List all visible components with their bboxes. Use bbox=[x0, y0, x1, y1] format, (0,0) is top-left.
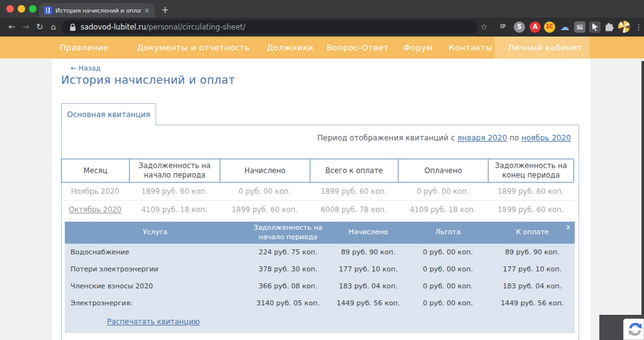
service-name: Потери электроэнергии bbox=[65, 261, 246, 278]
table-row: Ноябрь 2020 1899 руб. 60 коп. 0 руб. 00 … bbox=[61, 183, 573, 201]
extension-cloud-icon[interactable]: ☁ bbox=[559, 21, 570, 33]
value-cell: 0 руб. 00 коп. bbox=[406, 295, 490, 312]
detail-row: Водоснабжение 224 руб. 75 коп. 89 руб. 9… bbox=[65, 244, 575, 261]
extension-s-icon[interactable]: S bbox=[514, 21, 525, 33]
value-cell: 177 руб. 10 коп. bbox=[330, 261, 406, 278]
value-cell: 4109 руб. 18 коп. bbox=[398, 201, 488, 218]
period-to-link[interactable]: ноябрь 2020 bbox=[521, 133, 571, 142]
value-cell: 4109 руб. 18 коп. bbox=[129, 201, 220, 218]
detail-row: Электроэнергия: 3140 руб. 05 коп. 1449 р… bbox=[65, 295, 575, 312]
col-header-paid: Оплачено bbox=[398, 159, 489, 182]
period-from-link[interactable]: января 2020 bbox=[458, 133, 507, 142]
bookmark-star-icon[interactable]: ☆ bbox=[480, 21, 488, 33]
window-zoom-button[interactable] bbox=[29, 5, 37, 13]
print-receipt-link[interactable]: Распечатать квитанцию bbox=[107, 317, 200, 326]
col-header-total-due: Всего к оплате bbox=[310, 159, 398, 182]
scrollbar[interactable] bbox=[641, 61, 644, 340]
nav-item-vopros-otvet[interactable]: Вопрос-Ответ bbox=[327, 37, 388, 59]
extension-ip-icon[interactable]: IP bbox=[497, 21, 509, 33]
value-cell: 6008 руб. 78 коп. bbox=[310, 201, 398, 218]
page-body: ← Назад История начислений и оплат Основ… bbox=[0, 59, 644, 340]
value-cell: 1449 руб. 56 коп. bbox=[490, 295, 575, 312]
extension-1c-icon[interactable]: 1С bbox=[544, 21, 555, 33]
cursor-arrow-icon bbox=[589, 21, 601, 33]
detail-row: Членские взносы 2020 366 руб. 08 коп. 18… bbox=[65, 278, 575, 295]
extension-photo-icon[interactable] bbox=[574, 21, 585, 33]
value-cell: 89 руб. 90 коп. bbox=[490, 244, 575, 261]
service-name: Электроэнергия: bbox=[65, 295, 246, 312]
value-cell: 0 руб. 00 коп. bbox=[220, 183, 310, 200]
url-text: sadovod-lubitel.ru/personal/circulating-… bbox=[81, 23, 246, 31]
back-icon[interactable]: ← bbox=[5, 21, 19, 33]
value-cell: 89 руб. 90 коп. bbox=[330, 244, 406, 261]
history-table: Месяц Задолженность на начало периода На… bbox=[61, 159, 573, 219]
extension-a-icon[interactable]: A bbox=[529, 21, 541, 33]
lock-icon bbox=[69, 23, 76, 31]
browser-menu-icon[interactable]: ⋮ bbox=[635, 21, 643, 33]
value-cell: 0 руб. 00 коп. bbox=[406, 261, 490, 278]
nav-item-forum[interactable]: Форум bbox=[404, 37, 432, 59]
site-nav: Правление Документы и отчетность Должник… bbox=[0, 37, 644, 59]
recaptcha-badge[interactable] bbox=[623, 319, 644, 340]
tab-main-receipt[interactable]: Основная квитанция bbox=[61, 103, 156, 125]
recaptcha-icon bbox=[628, 322, 643, 337]
tab-title: История начислений и оплат bbox=[55, 7, 142, 14]
value-cell: 1899 руб. 60 коп. bbox=[129, 183, 220, 200]
detail-col-benefit: Льгота bbox=[406, 222, 490, 244]
new-tab-button[interactable]: + bbox=[161, 4, 169, 16]
col-header-accrued: Начислено bbox=[220, 159, 310, 182]
history-table-header: Месяц Задолженность на начало периода На… bbox=[61, 159, 573, 183]
content-column: ← Назад История начислений и оплат Основ… bbox=[52, 59, 590, 340]
value-cell: 1899 руб. 60 коп. bbox=[488, 201, 573, 218]
month-cell: Ноябрь 2020 bbox=[61, 183, 129, 200]
address-bar[interactable]: sadovod-lubitel.ru/personal/circulating-… bbox=[62, 20, 477, 34]
forward-icon[interactable]: → bbox=[19, 21, 33, 33]
window-minimize-button[interactable] bbox=[18, 5, 25, 13]
value-cell: 1899 руб. 60 коп. bbox=[488, 183, 573, 200]
back-link[interactable]: ← Назад bbox=[71, 64, 101, 72]
col-header-debt-start: Задолженность на начало периода bbox=[130, 159, 220, 182]
print-row: Распечатать квитанцию bbox=[65, 312, 575, 333]
value-cell: 224 руб. 75 коп. bbox=[246, 244, 330, 261]
value-cell: 1899 руб. 60 коп. bbox=[220, 201, 310, 218]
nav-item-dokumenty[interactable]: Документы и отчетность bbox=[137, 37, 250, 59]
extensions-puzzle-icon[interactable] bbox=[604, 21, 615, 33]
detail-col-service: Услуга bbox=[65, 222, 246, 244]
nav-item-pravlenie[interactable]: Правление bbox=[60, 37, 109, 59]
value-cell: 183 руб. 04 коп. bbox=[490, 278, 575, 295]
month-link-october[interactable]: Октябрь 2020 bbox=[69, 205, 121, 214]
reload-icon[interactable]: ↻ bbox=[33, 21, 47, 33]
url-domain: sadovod-lubitel.ru bbox=[81, 23, 146, 31]
service-name: Членские взносы 2020 bbox=[65, 278, 246, 295]
tab-close-icon[interactable]: × bbox=[144, 6, 150, 14]
receipt-detail-panel: Услуга Задолженность на начало периода Н… bbox=[65, 222, 575, 333]
table-row: Октябрь 2020 4109 руб. 18 коп. 1899 руб.… bbox=[61, 201, 573, 219]
puzzle-glyph-icon bbox=[604, 21, 615, 33]
period-prefix: Период отображения квитанций с bbox=[317, 133, 455, 142]
home-icon[interactable]: ⌂ bbox=[47, 21, 60, 33]
detail-header: Услуга Задолженность на начало периода Н… bbox=[65, 222, 575, 244]
service-name: Водоснабжение bbox=[65, 244, 246, 261]
value-cell: 1449 руб. 56 коп. bbox=[330, 295, 406, 312]
col-header-debt-end: Задолженность на конец периода bbox=[489, 159, 574, 182]
period-selector: Период отображения квитанций с января 20… bbox=[317, 133, 571, 142]
extension-cursor-icon[interactable] bbox=[589, 21, 601, 33]
panel-right-border bbox=[579, 125, 579, 340]
value-cell: 378 руб. 30 коп. bbox=[246, 261, 330, 278]
browser-toolbar: ← → ↻ ⌂ sadovod-lubitel.ru/personal/circ… bbox=[0, 18, 644, 37]
tab-strip: История начислений и оплат × + bbox=[0, 0, 644, 18]
detail-body: Водоснабжение 224 руб. 75 коп. 89 руб. 9… bbox=[65, 244, 575, 333]
value-cell: 0 руб. 00 коп. bbox=[406, 278, 490, 295]
panel-top-border bbox=[156, 125, 579, 125]
window-close-button[interactable] bbox=[6, 5, 14, 13]
profile-avatar[interactable] bbox=[618, 21, 630, 33]
detail-col-accrued: Начислено bbox=[330, 222, 406, 244]
site-favicon-icon bbox=[44, 6, 52, 14]
col-header-month: Месяц bbox=[62, 159, 130, 182]
nav-item-dolzhniki[interactable]: Должники bbox=[267, 37, 314, 59]
nav-item-lichny-kabinet[interactable]: Личный кабинет bbox=[508, 37, 582, 59]
image-glyph-icon bbox=[574, 21, 585, 33]
detail-close-icon[interactable]: x bbox=[566, 223, 570, 231]
browser-tab[interactable]: История начислений и оплат × bbox=[39, 3, 155, 18]
nav-item-kontakty[interactable]: Контакты bbox=[449, 37, 492, 59]
